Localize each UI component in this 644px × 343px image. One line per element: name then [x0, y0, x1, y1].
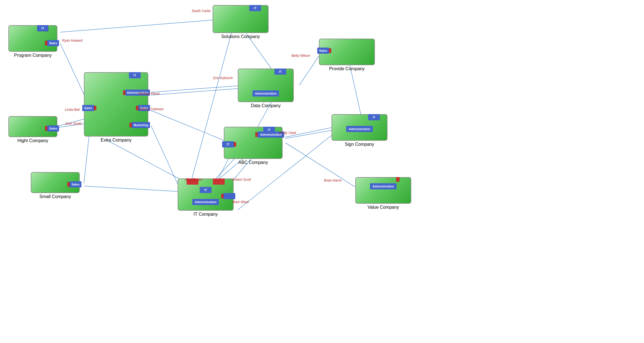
person-linda-bell: Linda Bell: [65, 108, 80, 112]
dept-it-abc: IT: [268, 128, 271, 131]
label-value: Value Company: [368, 205, 399, 210]
company-box-solutions: IT: [213, 5, 269, 33]
company-node-sign[interactable]: IT Administration Sign Company: [332, 114, 387, 147]
dept-sales-small: Sales: [72, 183, 80, 186]
dept-admin-abc: Administration: [260, 133, 282, 136]
person-betty-wilson: Betty Wilson: [292, 54, 310, 58]
dept-sales-hight: Sales: [49, 127, 57, 130]
dept-left-abc: IT: [227, 143, 229, 146]
dept-marketing-extra: Marketing: [134, 123, 148, 127]
person-ryan-howard: Ryan Howard: [62, 39, 83, 43]
company-box-abc: IT Administration IT: [224, 127, 283, 159]
label-solutions: Solutions Company: [221, 34, 260, 39]
dept-it-itco: IT: [204, 188, 207, 192]
dept-it-data: IT: [279, 70, 282, 73]
company-box-small: Sales: [31, 172, 80, 193]
dept-admin-sign: Administration: [349, 127, 370, 131]
diagram-container: IT Sales Program Company Sales Hight Com…: [0, 0, 644, 343]
company-box-hight: Sales: [8, 116, 57, 137]
dept-it-sign: IT: [373, 116, 375, 119]
company-node-data[interactable]: IT Administration Data Company: [238, 69, 294, 108]
dept-sales-provide: Sales: [319, 49, 327, 52]
label-abc: ABC Company: [238, 160, 268, 165]
label-provide: Provide Company: [329, 66, 365, 71]
company-node-abc[interactable]: IT Administration IT ABC Company: [224, 127, 283, 165]
company-box-data: IT Administration: [238, 69, 294, 102]
person-robert-scott: Robert Scott: [232, 178, 251, 182]
dept-it-program: IT: [41, 27, 44, 30]
person-emily-clark: Emily Clark: [279, 131, 296, 135]
dept-admin-data: Administration: [255, 92, 277, 95]
label-program: Program Company: [14, 53, 51, 58]
dept-admin-value: Administration: [372, 185, 394, 188]
dept-it-extra: IT: [133, 74, 136, 77]
dept-admin-itco: Administration: [195, 200, 217, 204]
company-box-value: Administration: [355, 177, 411, 204]
person-sarah-carter: Sarah Carter: [192, 9, 211, 13]
person-john-smith: John Smith: [65, 122, 82, 126]
dept-sales-program: Sales: [49, 41, 57, 45]
person-alice-brown: Alice Brown: [185, 178, 202, 182]
dept-it-solutions: IT: [254, 6, 257, 10]
company-node-small[interactable]: Sales Small Company: [31, 172, 80, 199]
person-mark-ward: Mark Ward: [232, 200, 248, 204]
company-node-itcompany[interactable]: IT Administration IT Company: [178, 178, 234, 217]
person-william-coleman: William Coleman: [138, 107, 164, 111]
company-node-hight[interactable]: Sales Hight Company: [8, 116, 57, 143]
label-extra: Extra Company: [101, 138, 131, 143]
company-node-value[interactable]: Administration Value Company: [355, 177, 411, 210]
person-eric-kalninsh: Eric Kalninsh: [213, 76, 233, 80]
person-michael-perez: Michael Perez: [138, 92, 160, 96]
label-data: Data Company: [251, 103, 281, 108]
company-box-extra: IT Administration Sales Marketing: [84, 72, 148, 137]
company-node-provide[interactable]: Sales Provide Company: [319, 39, 375, 71]
company-box-program: IT Sales: [8, 25, 57, 52]
label-sign: Sign Company: [345, 142, 374, 147]
label-itcompany: IT Company: [194, 212, 218, 217]
company-box-itcompany: IT Administration: [178, 178, 234, 211]
person-brian-harris: Brian Harris: [324, 178, 342, 182]
company-node-program[interactable]: IT Sales Program Company: [8, 25, 57, 58]
company-box-sign: IT Administration: [332, 114, 387, 141]
dept-sales-extra-left: Sales: [84, 106, 92, 110]
company-node-solutions[interactable]: IT Solutions Company: [213, 5, 269, 39]
company-box-provide: Sales: [319, 39, 375, 65]
label-small: Small Company: [39, 194, 71, 199]
label-hight: Hight Company: [17, 138, 48, 143]
